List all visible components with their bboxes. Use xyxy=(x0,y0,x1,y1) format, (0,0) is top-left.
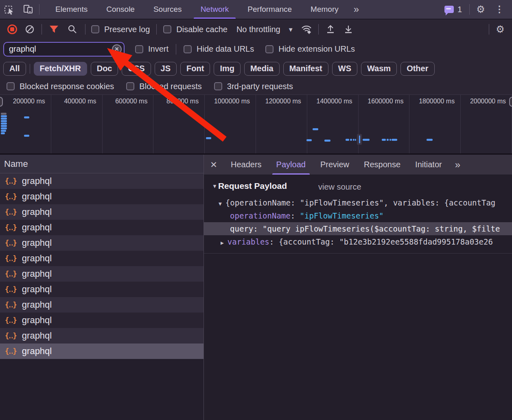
request-timeline-bar xyxy=(355,139,356,141)
json-icon: {‥} xyxy=(5,332,17,340)
tab-performance[interactable]: Performance xyxy=(238,0,301,19)
clear-filter-icon[interactable]: ✕ xyxy=(112,44,122,54)
details-tab-preview[interactable]: Preview xyxy=(313,155,357,175)
filter-chip-css[interactable]: CSS xyxy=(122,62,151,76)
throttling-dropdown[interactable]: No throttling ▼ xyxy=(236,25,294,34)
checkbox-blocked-requests[interactable]: Blocked requests xyxy=(126,82,201,91)
request-timeline-bar xyxy=(392,139,397,141)
record-network-log-button[interactable] xyxy=(7,24,17,34)
checkbox-label: Invert xyxy=(148,44,168,54)
export-har-icon[interactable] xyxy=(341,22,355,36)
tab-console[interactable]: Console xyxy=(97,0,144,19)
filter-chip-manifest[interactable]: Manifest xyxy=(283,62,328,76)
hide-data-urls-checkbox[interactable]: Hide data URLs xyxy=(184,44,254,54)
overview-handle-left[interactable] xyxy=(0,97,3,107)
table-row[interactable]: {‥}graphql xyxy=(0,235,203,251)
checkbox-3rd-party-requests[interactable]: 3rd-party requests xyxy=(214,82,293,91)
network-filter-row: ✕ Invert Hide data URLs Hide extension U… xyxy=(0,39,512,59)
device-toolbar-icon[interactable] xyxy=(19,0,37,19)
table-row[interactable]: {‥}graphql xyxy=(0,173,203,189)
filter-chip-ws[interactable]: WS xyxy=(332,62,357,76)
filter-chip-media[interactable]: Media xyxy=(244,62,280,76)
network-conditions-icon[interactable] xyxy=(300,22,313,36)
filter-input[interactable] xyxy=(3,42,125,57)
inspect-element-icon[interactable] xyxy=(0,0,19,19)
column-header-name[interactable]: Name xyxy=(0,155,203,173)
table-row[interactable]: {‥}graphql xyxy=(0,251,203,266)
invert-checkbox[interactable]: Invert xyxy=(135,44,168,54)
divider xyxy=(489,24,489,35)
collapse-caret-icon[interactable]: ▼ xyxy=(212,183,217,189)
details-tab-initiator[interactable]: Initiator xyxy=(408,155,449,175)
details-tab-payload[interactable]: Payload xyxy=(269,155,313,175)
filter-chip-font[interactable]: Font xyxy=(180,62,210,76)
filter-chip-all[interactable]: All xyxy=(3,62,26,76)
table-row[interactable]: {‥}graphql xyxy=(0,343,203,359)
view-source-link[interactable]: view source xyxy=(318,182,361,192)
filter-chip-js[interactable]: JS xyxy=(155,62,177,76)
collapse-caret-icon[interactable]: ▼ xyxy=(219,201,222,207)
payload-query-line[interactable]: query: "query ipFlowTimeseries($accountT… xyxy=(204,222,512,235)
table-row[interactable]: {‥}graphql xyxy=(0,328,203,343)
clear-network-log-icon[interactable] xyxy=(23,22,37,36)
filter-chip-img[interactable]: Img xyxy=(214,62,241,76)
checkbox-box[interactable] xyxy=(91,25,99,33)
filter-chip-wasm[interactable]: Wasm xyxy=(361,62,397,76)
payload-variables-line[interactable]: ▶variables: {accountTag: "b12e3b2192ee55… xyxy=(221,235,493,248)
hide-extension-urls-checkbox[interactable]: Hide extension URLs xyxy=(265,44,355,54)
checkbox-box[interactable] xyxy=(163,25,171,33)
tab-elements[interactable]: Elements xyxy=(46,0,97,19)
search-icon[interactable] xyxy=(66,22,79,36)
divider xyxy=(30,64,30,74)
preserve-log-checkbox[interactable]: Preserve log xyxy=(91,25,150,34)
import-har-icon[interactable] xyxy=(324,22,337,36)
details-tab-response[interactable]: Response xyxy=(357,155,408,175)
kebab-menu-icon[interactable]: ⋮ xyxy=(490,0,509,19)
more-tabs-icon[interactable]: » xyxy=(348,4,364,15)
json-icon: {‥} xyxy=(5,239,17,247)
tab-network[interactable]: Network xyxy=(191,0,238,19)
filter-funnel-icon[interactable] xyxy=(47,22,61,36)
timeline-selection-marker[interactable] xyxy=(357,134,362,145)
network-overview-timeline[interactable]: 200000 ms400000 ms600000 ms800000 ms1000… xyxy=(0,94,512,155)
payload-preview-line[interactable]: ▼{operationName: "ipFlowTimeseries", var… xyxy=(219,196,495,209)
filter-chip-fetch-xhr[interactable]: Fetch/XHR xyxy=(34,62,87,76)
checkbox-box[interactable] xyxy=(265,45,274,53)
network-settings-gear-icon[interactable]: ⚙ xyxy=(491,20,510,39)
issues-icon[interactable] xyxy=(444,6,454,13)
payload-operation-line[interactable]: operationName: "ipFlowTimeseries" xyxy=(230,209,384,222)
checkbox-blocked-response-cookies[interactable]: Blocked response cookies xyxy=(7,82,114,91)
filter-chip-doc[interactable]: Doc xyxy=(91,62,118,76)
settings-gear-icon[interactable]: ⚙ xyxy=(471,0,490,19)
checkbox-box[interactable] xyxy=(184,45,192,53)
checkbox-box[interactable] xyxy=(135,45,143,53)
checkbox-box[interactable] xyxy=(214,82,222,90)
tab-memory[interactable]: Memory xyxy=(301,0,348,19)
table-row[interactable]: {‥}graphql xyxy=(0,220,203,235)
close-details-icon[interactable]: ✕ xyxy=(204,155,223,175)
table-row[interactable]: {‥}graphql xyxy=(0,266,203,282)
timeline-column: 1000000 ms xyxy=(205,95,256,153)
more-details-tabs-icon[interactable]: » xyxy=(449,159,465,171)
tab-sources[interactable]: Sources xyxy=(144,0,191,19)
checkbox-box[interactable] xyxy=(7,82,15,90)
request-payload-section[interactable]: ▼ Request Payload xyxy=(212,181,287,191)
json-icon: {‥} xyxy=(5,254,17,262)
checkbox-box[interactable] xyxy=(126,82,134,90)
request-timeline-bar xyxy=(387,139,389,141)
filter-chip-other[interactable]: Other xyxy=(400,62,434,76)
overview-handle-right[interactable] xyxy=(509,97,512,107)
expand-caret-icon[interactable]: ▶ xyxy=(221,240,224,246)
request-name: graphql xyxy=(22,238,52,248)
table-row[interactable]: {‥}graphql xyxy=(0,313,203,328)
table-row[interactable]: {‥}graphql xyxy=(0,189,203,204)
table-row[interactable]: {‥}graphql xyxy=(0,282,203,297)
request-timeline-bar xyxy=(350,139,352,141)
details-tab-headers[interactable]: Headers xyxy=(223,155,269,175)
timeline-column: 600000 ms xyxy=(103,95,154,153)
table-row[interactable]: {‥}graphql xyxy=(0,204,203,220)
issues-count: 1 xyxy=(457,5,462,14)
request-timeline-bar xyxy=(1,132,5,134)
table-row[interactable]: {‥}graphql xyxy=(0,297,203,313)
disable-cache-checkbox[interactable]: Disable cache xyxy=(163,25,228,34)
